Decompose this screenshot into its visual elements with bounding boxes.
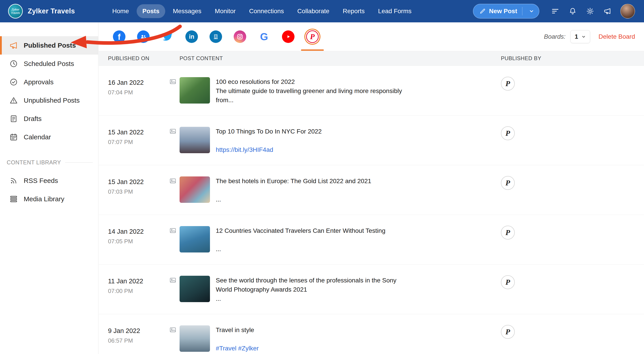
post-thumbnail[interactable] <box>180 127 210 153</box>
sidebar-item-unpublished-posts[interactable]: Unpublished Posts <box>0 91 98 110</box>
user-avatar[interactable] <box>620 4 635 18</box>
post-link[interactable]: https://bit.ly/3HIF4ad <box>216 145 322 154</box>
post-content-cell: Top 10 Things To Do In NYC For 2022 http… <box>180 116 501 165</box>
google-g-glyph: G <box>260 31 268 43</box>
table-row[interactable]: 11 Jan 2022 07:00 PM See the world throu… <box>98 264 644 314</box>
post-text: 12 Countries Vaccinated Travelers Can En… <box>216 226 385 254</box>
sidebar-item-rss-feeds[interactable]: RSS Feeds <box>0 172 98 190</box>
post-body <box>216 334 259 344</box>
sidebar-item-published-posts[interactable]: Published Posts <box>0 36 98 54</box>
top-navbar: Zylker Travels Zylker Travels Home Posts… <box>0 0 644 22</box>
new-post-button[interactable]: New Post <box>473 4 539 18</box>
nav-item-connections[interactable]: Connections <box>243 4 290 18</box>
nav-item-home[interactable]: Home <box>106 4 135 18</box>
calendar-icon <box>10 133 18 141</box>
post-thumbnail[interactable] <box>180 176 210 203</box>
published-by-cell: P <box>501 66 644 116</box>
sidebar-item-scheduled-posts[interactable]: Scheduled Posts <box>0 54 98 73</box>
megaphone-icon[interactable] <box>603 6 612 16</box>
nav-item-lead-forms[interactable]: Lead Forms <box>372 4 417 18</box>
post-content-cell: The best hotels in Europe: The Gold List… <box>180 165 501 215</box>
sidebar-item-label: Approvals <box>24 78 54 86</box>
sidebar-item-label: Media Library <box>24 195 64 203</box>
nav-item-monitor[interactable]: Monitor <box>209 4 242 18</box>
channel-instagram-icon[interactable] <box>234 30 246 43</box>
zylker-logo: Zylker Travels <box>8 4 23 18</box>
channel-linkedin-company-icon[interactable] <box>210 30 222 43</box>
post-date: 15 Jan 2022 <box>108 178 180 186</box>
chevron-down-icon[interactable] <box>526 8 538 14</box>
nav-item-messages[interactable]: Messages <box>167 4 207 18</box>
pinterest-p-glyph: P <box>310 32 315 41</box>
post-date: 15 Jan 2022 <box>108 128 180 136</box>
facebook-f-glyph: f <box>118 32 120 42</box>
channel-youtube-icon[interactable] <box>282 30 294 43</box>
post-body <box>216 235 385 244</box>
table-row[interactable]: 15 Jan 2022 07:07 PM Top 10 Things To Do… <box>98 116 644 165</box>
post-thumbnail[interactable] <box>180 226 210 252</box>
post-title: 12 Countries Vaccinated Travelers Can En… <box>216 226 385 235</box>
published-on-cell: 16 Jan 2022 07:04 PM <box>108 66 180 116</box>
nav-item-collaborate[interactable]: Collaborate <box>292 4 335 18</box>
sidebar-item-approvals[interactable]: Approvals <box>0 73 98 91</box>
channel-pinterest-icon[interactable]: P <box>306 30 319 43</box>
table-row[interactable]: 16 Jan 2022 07:04 PM 100 eco resolutions… <box>98 66 644 116</box>
sidebar-item-label: Scheduled Posts <box>24 60 74 68</box>
post-content-cell: Travel in style #Travel #Zylker <box>180 314 501 354</box>
delete-board-button[interactable]: Delete Board <box>598 33 635 40</box>
image-type-icon <box>169 128 176 135</box>
image-type-icon <box>169 177 176 184</box>
pinterest-badge-icon: P <box>501 325 515 339</box>
channel-google-business-icon[interactable]: G <box>258 30 270 43</box>
channel-facebook-group-icon[interactable] <box>137 30 150 43</box>
post-text: 100 eco resolutions for 2022 The ultimat… <box>216 77 402 105</box>
post-date: 9 Jan 2022 <box>108 327 180 334</box>
channel-twitter-icon[interactable] <box>161 30 174 43</box>
sidebar-item-drafts[interactable]: Drafts <box>0 110 98 128</box>
channel-linkedin-icon[interactable]: in <box>185 30 198 43</box>
camera-icon <box>236 33 244 40</box>
boards-label: Boards: <box>544 33 566 40</box>
sidebar-item-calendar[interactable]: Calendar <box>0 128 98 146</box>
navbar-right: New Post <box>473 4 635 18</box>
post-time: 07:03 PM <box>108 188 180 195</box>
post-thumbnail[interactable] <box>180 276 210 302</box>
post-date: 16 Jan 2022 <box>108 79 180 86</box>
gear-icon[interactable] <box>586 6 595 16</box>
warning-triangle-icon <box>10 96 18 105</box>
post-body <box>216 136 322 145</box>
pinterest-badge-icon: P <box>501 176 515 190</box>
channel-bar: f in G P Boards: 1 Delete Board <box>98 22 644 51</box>
post-thumbnail[interactable] <box>180 77 210 104</box>
published-on-cell: 9 Jan 2022 06:57 PM <box>108 314 180 354</box>
chevron-down-icon <box>582 34 586 39</box>
rss-icon <box>10 176 18 185</box>
nav-item-reports[interactable]: Reports <box>337 4 370 18</box>
sort-lines-icon[interactable] <box>550 6 560 16</box>
published-by-cell: P <box>501 314 644 354</box>
post-title: See the world through the lenses of the … <box>216 276 396 285</box>
section-label: CONTENT LIBRARY <box>7 159 61 166</box>
table-row[interactable]: 9 Jan 2022 06:57 PM Travel in style #Tra… <box>98 314 644 354</box>
post-body: ... <box>216 244 385 254</box>
post-content-cell: 100 eco resolutions for 2022 The ultimat… <box>180 66 501 116</box>
boards-count: 1 <box>575 33 578 40</box>
post-time: 07:07 PM <box>108 139 180 146</box>
board-controls: Boards: 1 Delete Board <box>544 30 644 43</box>
bell-icon[interactable] <box>568 6 577 16</box>
post-title: The best hotels in Europe: The Gold List… <box>216 176 371 186</box>
sidebar-item-media-library[interactable]: Media Library <box>0 190 98 208</box>
table-row[interactable]: 15 Jan 2022 07:03 PM The best hotels in … <box>98 165 644 215</box>
sidebar-item-label: Unpublished Posts <box>24 96 80 104</box>
brand: Zylker Travels Zylker Travels <box>8 4 106 18</box>
col-post-content: POST CONTENT <box>180 55 501 62</box>
published-on-cell: 15 Jan 2022 07:07 PM <box>108 116 180 165</box>
boards-select[interactable]: 1 <box>570 30 590 43</box>
table-row[interactable]: 14 Jan 2022 07:05 PM 12 Countries Vaccin… <box>98 215 644 264</box>
post-thumbnail[interactable] <box>180 326 210 352</box>
nav-item-posts[interactable]: Posts <box>137 4 165 18</box>
channel-facebook-icon[interactable]: f <box>113 30 126 43</box>
post-hashtags[interactable]: #Travel #Zylker <box>216 344 259 353</box>
post-body: from... <box>216 96 402 105</box>
logo-line1: Zylker <box>12 8 19 11</box>
